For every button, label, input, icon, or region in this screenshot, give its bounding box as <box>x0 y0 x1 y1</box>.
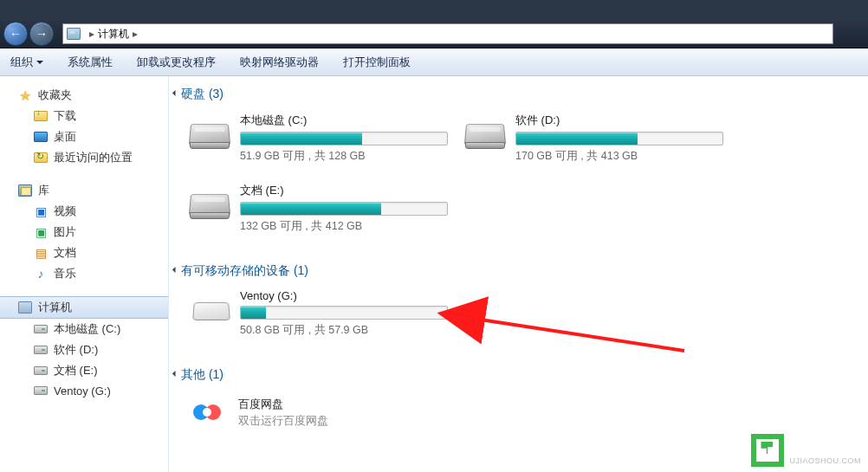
chevron-down-icon <box>36 61 43 64</box>
hdd-icon <box>188 113 233 149</box>
pictures-icon: ▣ <box>33 225 49 239</box>
drive-name: Ventoy (G:) <box>240 289 453 302</box>
documents-icon: ▤ <box>33 246 49 260</box>
back-button[interactable]: ← <box>3 22 28 46</box>
drive-name: 软件 (D:) <box>515 113 729 128</box>
arrow-left-icon: ← <box>10 27 22 41</box>
sidebar-computer[interactable]: 计算机 <box>0 296 168 319</box>
video-icon: ▣ <box>33 204 49 218</box>
group-other[interactable]: 其他 (1) <box>176 367 861 383</box>
recent-icon <box>33 151 49 165</box>
drive-icon <box>33 322 49 336</box>
watermark-badge-icon <box>751 434 784 467</box>
usb-drive-icon <box>188 289 233 326</box>
address-bar[interactable]: ▸ 计算机 ▸ <box>62 23 833 44</box>
sidebar-drive-g[interactable]: Ventoy (G:) <box>0 381 168 400</box>
drive-status: 51.9 GB 可用 , 共 128 GB <box>240 149 453 164</box>
drive-status: 50.8 GB 可用 , 共 57.9 GB <box>240 323 453 338</box>
sidebar-music[interactable]: ♪音乐 <box>0 263 168 284</box>
other-baidu[interactable]: 百度网盘 双击运行百度网盘 <box>186 391 861 433</box>
hdd-icon <box>463 113 508 149</box>
sidebar-downloads[interactable]: ↓下载 <box>0 106 168 126</box>
drive-icon <box>33 384 49 398</box>
sidebar-drive-e[interactable]: 文档 (E:) <box>0 360 168 381</box>
drive-name: 本地磁盘 (C:) <box>240 113 453 128</box>
library-icon <box>17 184 33 197</box>
other-desc: 双击运行百度网盘 <box>238 414 328 429</box>
drive-capacity-bar <box>240 202 448 216</box>
toolbar: 组织 系统属性 卸载或更改程序 映射网络驱动器 打开控制面板 <box>0 48 868 76</box>
sidebar-drive-d[interactable]: 软件 (D:) <box>0 339 168 360</box>
toolbar-uninstall[interactable]: 卸载或更改程序 <box>137 55 216 70</box>
group-hdd[interactable]: 硬盘 (3) <box>176 87 861 102</box>
sidebar-recent[interactable]: 最近访问的位置 <box>0 147 168 168</box>
sidebar-videos[interactable]: ▣视频 <box>0 201 168 222</box>
breadcrumb-sep-icon: ▸ <box>89 28 94 40</box>
drive-capacity-bar <box>515 132 723 145</box>
drive-e[interactable]: 文档 (E:) 132 GB 可用 , 共 412 GB <box>186 181 455 236</box>
drive-capacity-bar <box>240 132 448 145</box>
drive-capacity-bar <box>240 306 448 320</box>
watermark-url: UJIAOSHOU.COM <box>789 456 861 465</box>
sidebar-documents[interactable]: ▤文档 <box>0 242 168 263</box>
sidebar-drive-c[interactable]: 本地磁盘 (C:) <box>0 319 168 339</box>
drive-icon <box>33 343 49 357</box>
sidebar: ★收藏夹 ↓下载 桌面 最近访问的位置 库 ▣视频 ▣图片 ▤文档 ♪音乐 计算… <box>0 76 169 472</box>
music-icon: ♪ <box>33 267 49 281</box>
drive-icon <box>33 364 49 378</box>
toolbar-mapdrive[interactable]: 映射网络驱动器 <box>240 55 319 70</box>
drive-status: 170 GB 可用 , 共 413 GB <box>515 149 729 164</box>
sidebar-desktop[interactable]: 桌面 <box>0 126 168 147</box>
sidebar-favorites[interactable]: ★收藏夹 <box>0 85 168 106</box>
computer-icon <box>67 28 81 40</box>
breadcrumb-sep-icon: ▸ <box>133 28 138 40</box>
forward-button[interactable]: → <box>29 22 54 46</box>
toolbar-organize[interactable]: 组织 <box>10 55 43 70</box>
navbar: ← → ▸ 计算机 ▸ <box>0 20 868 48</box>
drive-name: 文档 (E:) <box>240 183 453 198</box>
toolbar-controlpanel[interactable]: 打开控制面板 <box>343 55 411 70</box>
toolbar-properties[interactable]: 系统属性 <box>68 55 113 70</box>
computer-icon <box>17 301 33 314</box>
watermark: U教授 UJIAOSHOU.COM <box>751 434 861 467</box>
titlebar <box>0 0 868 20</box>
drive-status: 132 GB 可用 , 共 412 GB <box>240 219 453 234</box>
other-name: 百度网盘 <box>238 397 328 412</box>
star-icon: ★ <box>17 88 33 102</box>
watermark-brand: U教授 <box>789 437 834 455</box>
drive-g-ventoy[interactable]: Ventoy (G:) 50.8 GB 可用 , 共 57.9 GB <box>186 288 455 339</box>
baidu-netdisk-icon <box>186 391 228 433</box>
arrow-right-icon: → <box>36 27 48 41</box>
sidebar-libraries[interactable]: 库 <box>0 180 168 201</box>
downloads-icon: ↓ <box>33 109 49 123</box>
breadcrumb-location[interactable]: 计算机 <box>98 27 129 42</box>
group-removable[interactable]: 有可移动存储的设备 (1) <box>176 263 861 279</box>
hdd-icon <box>188 183 233 219</box>
desktop-icon <box>33 130 49 144</box>
sidebar-pictures[interactable]: ▣图片 <box>0 222 168 242</box>
svg-point-2 <box>203 408 211 417</box>
drive-d[interactable]: 软件 (D:) 170 GB 可用 , 共 413 GB <box>462 111 730 165</box>
drive-c[interactable]: 本地磁盘 (C:) 51.9 GB 可用 , 共 128 GB <box>186 111 455 165</box>
main-content: 硬盘 (3) 本地磁盘 (C:) 51.9 GB 可用 , 共 128 GB 软… <box>169 76 868 472</box>
